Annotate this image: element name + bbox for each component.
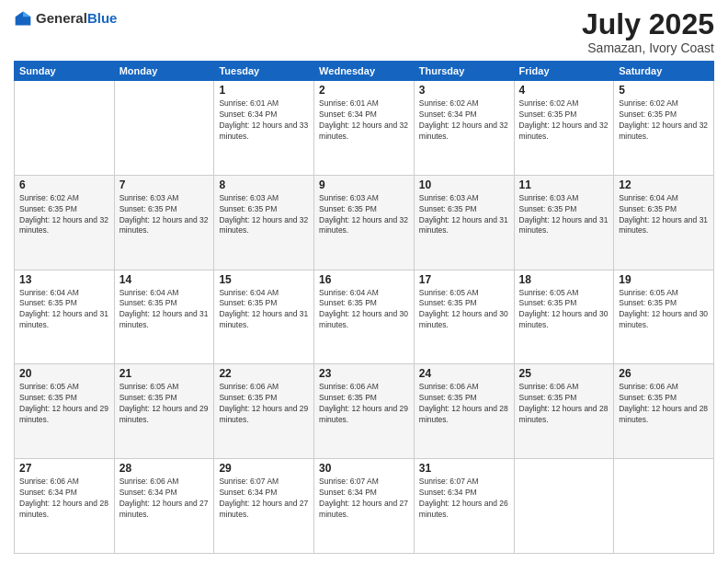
day-number: 28 xyxy=(119,462,210,475)
day-cell: 30Sunrise: 6:07 AMSunset: 6:34 PMDayligh… xyxy=(314,459,415,554)
day-number: 1 xyxy=(219,84,309,97)
day-cell xyxy=(114,81,214,176)
day-info: Sunrise: 6:05 AMSunset: 6:35 PMDaylight:… xyxy=(19,382,109,426)
day-number: 21 xyxy=(119,367,210,380)
day-number: 31 xyxy=(419,462,509,475)
day-number: 30 xyxy=(319,462,409,475)
day-cell: 29Sunrise: 6:07 AMSunset: 6:34 PMDayligh… xyxy=(214,459,314,554)
day-cell: 5Sunrise: 6:02 AMSunset: 6:35 PMDaylight… xyxy=(614,81,714,176)
weekday-monday: Monday xyxy=(114,62,214,81)
day-info: Sunrise: 6:07 AMSunset: 6:34 PMDaylight:… xyxy=(419,477,509,521)
day-info: Sunrise: 6:03 AMSunset: 6:35 PMDaylight:… xyxy=(319,193,409,237)
weekday-friday: Friday xyxy=(514,62,614,81)
day-info: Sunrise: 6:03 AMSunset: 6:35 PMDaylight:… xyxy=(119,193,210,237)
day-cell: 8Sunrise: 6:03 AMSunset: 6:35 PMDaylight… xyxy=(214,175,314,270)
svg-marker-1 xyxy=(23,12,30,17)
day-cell xyxy=(15,81,115,176)
weekday-thursday: Thursday xyxy=(414,62,514,81)
day-number: 23 xyxy=(319,367,409,380)
day-info: Sunrise: 6:06 AMSunset: 6:34 PMDaylight:… xyxy=(119,477,210,521)
day-info: Sunrise: 6:03 AMSunset: 6:35 PMDaylight:… xyxy=(219,193,309,237)
page: GeneralBlue July 2025 Samazan, Ivory Coa… xyxy=(0,0,728,563)
day-number: 8 xyxy=(219,178,309,191)
calendar-table: SundayMondayTuesdayWednesdayThursdayFrid… xyxy=(14,61,714,554)
day-info: Sunrise: 6:04 AMSunset: 6:35 PMDaylight:… xyxy=(19,288,109,332)
day-cell: 21Sunrise: 6:05 AMSunset: 6:35 PMDayligh… xyxy=(114,364,214,459)
day-cell xyxy=(514,459,614,554)
day-number: 26 xyxy=(619,367,709,380)
day-cell: 10Sunrise: 6:03 AMSunset: 6:35 PMDayligh… xyxy=(414,175,514,270)
day-info: Sunrise: 6:04 AMSunset: 6:35 PMDaylight:… xyxy=(119,288,210,332)
day-cell: 20Sunrise: 6:05 AMSunset: 6:35 PMDayligh… xyxy=(15,364,115,459)
location-title: Samazan, Ivory Coast xyxy=(582,40,714,55)
day-info: Sunrise: 6:04 AMSunset: 6:35 PMDaylight:… xyxy=(619,193,709,237)
day-info: Sunrise: 6:06 AMSunset: 6:34 PMDaylight:… xyxy=(19,477,109,521)
day-cell: 17Sunrise: 6:05 AMSunset: 6:35 PMDayligh… xyxy=(414,270,514,364)
day-number: 14 xyxy=(119,273,210,286)
header: GeneralBlue July 2025 Samazan, Ivory Coa… xyxy=(14,9,714,55)
day-info: Sunrise: 6:02 AMSunset: 6:35 PMDaylight:… xyxy=(19,193,109,237)
week-row-1: 6Sunrise: 6:02 AMSunset: 6:35 PMDaylight… xyxy=(15,175,714,270)
day-cell: 27Sunrise: 6:06 AMSunset: 6:34 PMDayligh… xyxy=(15,459,115,554)
day-cell: 2Sunrise: 6:01 AMSunset: 6:34 PMDaylight… xyxy=(314,81,415,176)
day-cell: 9Sunrise: 6:03 AMSunset: 6:35 PMDaylight… xyxy=(314,175,415,270)
day-info: Sunrise: 6:01 AMSunset: 6:34 PMDaylight:… xyxy=(219,98,309,143)
week-row-4: 27Sunrise: 6:06 AMSunset: 6:34 PMDayligh… xyxy=(15,459,714,554)
day-cell: 22Sunrise: 6:06 AMSunset: 6:35 PMDayligh… xyxy=(214,364,314,459)
day-cell: 7Sunrise: 6:03 AMSunset: 6:35 PMDaylight… xyxy=(114,175,214,270)
day-number: 11 xyxy=(519,178,609,191)
day-info: Sunrise: 6:02 AMSunset: 6:34 PMDaylight:… xyxy=(419,98,509,143)
weekday-wednesday: Wednesday xyxy=(314,62,415,81)
day-number: 12 xyxy=(619,178,709,191)
day-info: Sunrise: 6:06 AMSunset: 6:35 PMDaylight:… xyxy=(519,382,609,426)
day-number: 20 xyxy=(19,367,109,380)
week-row-2: 13Sunrise: 6:04 AMSunset: 6:35 PMDayligh… xyxy=(15,270,714,364)
day-info: Sunrise: 6:05 AMSunset: 6:35 PMDaylight:… xyxy=(119,382,210,426)
day-number: 29 xyxy=(219,462,309,475)
day-number: 24 xyxy=(419,367,509,380)
day-info: Sunrise: 6:03 AMSunset: 6:35 PMDaylight:… xyxy=(419,193,509,237)
day-cell: 19Sunrise: 6:05 AMSunset: 6:35 PMDayligh… xyxy=(614,270,714,364)
weekday-header-row: SundayMondayTuesdayWednesdayThursdayFrid… xyxy=(15,62,714,81)
day-number: 10 xyxy=(419,178,509,191)
day-number: 5 xyxy=(619,84,709,97)
day-cell: 24Sunrise: 6:06 AMSunset: 6:35 PMDayligh… xyxy=(414,364,514,459)
day-cell: 11Sunrise: 6:03 AMSunset: 6:35 PMDayligh… xyxy=(514,175,614,270)
day-number: 22 xyxy=(219,367,309,380)
day-cell: 18Sunrise: 6:05 AMSunset: 6:35 PMDayligh… xyxy=(514,270,614,364)
day-number: 19 xyxy=(619,273,709,286)
day-number: 13 xyxy=(19,273,109,286)
logo-text: GeneralBlue xyxy=(36,10,117,27)
weekday-tuesday: Tuesday xyxy=(214,62,314,81)
day-info: Sunrise: 6:02 AMSunset: 6:35 PMDaylight:… xyxy=(619,98,709,143)
day-info: Sunrise: 6:06 AMSunset: 6:35 PMDaylight:… xyxy=(319,382,409,426)
day-cell: 6Sunrise: 6:02 AMSunset: 6:35 PMDaylight… xyxy=(15,175,115,270)
day-number: 7 xyxy=(119,178,210,191)
day-info: Sunrise: 6:04 AMSunset: 6:35 PMDaylight:… xyxy=(219,288,309,332)
day-cell: 28Sunrise: 6:06 AMSunset: 6:34 PMDayligh… xyxy=(114,459,214,554)
day-cell: 23Sunrise: 6:06 AMSunset: 6:35 PMDayligh… xyxy=(314,364,415,459)
day-cell: 1Sunrise: 6:01 AMSunset: 6:34 PMDaylight… xyxy=(214,81,314,176)
day-number: 17 xyxy=(419,273,509,286)
day-cell: 16Sunrise: 6:04 AMSunset: 6:35 PMDayligh… xyxy=(314,270,415,364)
day-number: 18 xyxy=(519,273,609,286)
weekday-sunday: Sunday xyxy=(15,62,115,81)
day-number: 27 xyxy=(19,462,109,475)
day-info: Sunrise: 6:04 AMSunset: 6:35 PMDaylight:… xyxy=(319,288,409,332)
day-info: Sunrise: 6:07 AMSunset: 6:34 PMDaylight:… xyxy=(219,477,309,521)
day-number: 15 xyxy=(219,273,309,286)
logo-icon xyxy=(14,9,32,28)
month-title: July 2025 xyxy=(582,9,714,39)
day-info: Sunrise: 6:05 AMSunset: 6:35 PMDaylight:… xyxy=(619,288,709,332)
day-info: Sunrise: 6:05 AMSunset: 6:35 PMDaylight:… xyxy=(419,288,509,332)
day-info: Sunrise: 6:02 AMSunset: 6:35 PMDaylight:… xyxy=(519,98,609,143)
day-cell: 26Sunrise: 6:06 AMSunset: 6:35 PMDayligh… xyxy=(614,364,714,459)
day-cell: 4Sunrise: 6:02 AMSunset: 6:35 PMDaylight… xyxy=(514,81,614,176)
day-number: 6 xyxy=(19,178,109,191)
day-cell xyxy=(614,459,714,554)
week-row-0: 1Sunrise: 6:01 AMSunset: 6:34 PMDaylight… xyxy=(15,81,714,176)
logo: GeneralBlue xyxy=(14,9,117,28)
day-info: Sunrise: 6:07 AMSunset: 6:34 PMDaylight:… xyxy=(319,477,409,521)
day-cell: 31Sunrise: 6:07 AMSunset: 6:34 PMDayligh… xyxy=(414,459,514,554)
day-cell: 15Sunrise: 6:04 AMSunset: 6:35 PMDayligh… xyxy=(214,270,314,364)
